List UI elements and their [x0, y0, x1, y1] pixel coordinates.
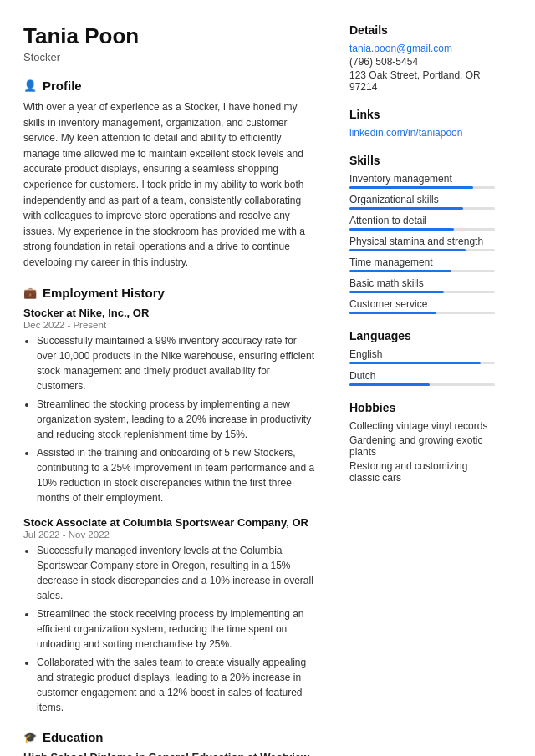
profile-icon: 👤: [23, 79, 37, 92]
job-date-0: Dec 2022 - Present: [23, 320, 316, 330]
skill-bar-fill-1: [349, 207, 463, 210]
job-bullets-1: Successfully managed inventory levels at…: [23, 543, 316, 715]
skills-list: Inventory management Organizational skil…: [349, 173, 495, 314]
job-title-0: Stocker at Nike, Inc., OR: [23, 307, 316, 319]
employment-section-title: 💼 Employment History: [23, 286, 316, 300]
job-bullet-0-0: Successfully maintained a 99% inventory …: [37, 333, 316, 393]
links-section-title: Links: [349, 108, 495, 121]
job-date-1: Jul 2022 - Nov 2022: [23, 530, 316, 540]
education-entry-0: High School Diploma in General Education…: [23, 751, 316, 756]
resume-header: Tania Poon Stocker: [23, 23, 316, 63]
lang-bar-bg-1: [349, 383, 495, 386]
linkedin-link[interactable]: linkedin.com/in/taniapoon: [349, 127, 495, 139]
skill-bar-bg-1: [349, 207, 495, 210]
hobbies-section: Hobbies Collecting vintage vinyl records…: [349, 401, 495, 484]
lang-item-1: Dutch: [349, 370, 495, 386]
skill-bar-bg-2: [349, 228, 495, 231]
skill-bar-bg-0: [349, 186, 495, 189]
skill-bar-fill-6: [349, 312, 436, 314]
skills-section: Skills Inventory management Organization…: [349, 154, 495, 314]
skill-name-2: Attention to detail: [349, 215, 495, 226]
skill-item-5: Basic math skills: [349, 277, 495, 293]
skill-bar-fill-0: [349, 186, 473, 189]
profile-section: 👤 Profile With over a year of experience…: [23, 79, 316, 271]
skills-section-title: Skills: [349, 154, 495, 167]
skill-item-1: Organizational skills: [349, 194, 495, 210]
skill-name-1: Organizational skills: [349, 194, 495, 205]
skill-bar-bg-6: [349, 312, 495, 314]
lang-bar-fill-0: [349, 362, 481, 364]
skill-item-2: Attention to detail: [349, 215, 495, 231]
details-section-title: Details: [349, 23, 495, 37]
skill-bar-bg-3: [349, 249, 495, 251]
job-bullet-1-1: Streamlined the stock receiving process …: [37, 606, 316, 652]
profile-section-title: 👤 Profile: [23, 79, 316, 93]
lang-name-1: Dutch: [349, 370, 495, 382]
hobby-item-0: Collecting vintage vinyl records: [349, 420, 495, 432]
candidate-title: Stocker: [23, 51, 316, 63]
details-section: Details tania.poon@gmail.com (796) 508-5…: [349, 23, 495, 93]
address-text: 123 Oak Street, Portland, OR 97214: [349, 69, 495, 93]
languages-section-title: Languages: [349, 329, 495, 342]
email-link[interactable]: tania.poon@gmail.com: [349, 43, 495, 54]
skill-item-6: Customer service: [349, 298, 495, 314]
education-section: 🎓 Education High School Diploma in Gener…: [23, 730, 316, 756]
job-bullet-0-1: Streamlined the stocking process by impl…: [37, 397, 316, 442]
employment-section: 💼 Employment History Stocker at Nike, In…: [23, 286, 316, 715]
skill-name-3: Physical stamina and strength: [349, 236, 495, 247]
skill-bar-bg-5: [349, 291, 495, 293]
job-bullets-0: Successfully maintained a 99% inventory …: [23, 333, 316, 505]
links-section: Links linkedin.com/in/taniapoon: [349, 108, 495, 139]
lang-bar-bg-0: [349, 362, 495, 364]
edu-title-0: High School Diploma in General Education…: [23, 751, 316, 756]
job-bullet-1-2: Collaborated with the sales team to crea…: [37, 655, 316, 715]
skill-bar-fill-2: [349, 228, 454, 231]
skill-bar-bg-4: [349, 270, 495, 272]
job-entry-1: Stock Associate at Columbia Sportswear C…: [23, 516, 316, 715]
hobby-item-1: Gardening and growing exotic plants: [349, 434, 495, 458]
skill-item-3: Physical stamina and strength: [349, 236, 495, 251]
hobby-item-2: Restoring and customizing classic cars: [349, 460, 495, 484]
skill-name-5: Basic math skills: [349, 277, 495, 289]
education-section-title: 🎓 Education: [23, 730, 316, 744]
skill-name-4: Time management: [349, 256, 495, 268]
skill-bar-fill-3: [349, 249, 466, 251]
skill-name-6: Customer service: [349, 298, 495, 310]
skill-item-4: Time management: [349, 256, 495, 272]
employment-icon: 💼: [23, 287, 37, 299]
profile-text: With over a year of experience as a Stoc…: [23, 99, 316, 271]
education-icon: 🎓: [23, 731, 37, 743]
skill-item-0: Inventory management: [349, 173, 495, 189]
languages-list: English Dutch: [349, 348, 495, 386]
phone-text: (796) 508-5454: [349, 56, 495, 68]
skill-name-0: Inventory management: [349, 173, 495, 185]
job-bullet-0-2: Assisted in the training and onboarding …: [37, 445, 316, 505]
skill-bar-fill-5: [349, 291, 444, 293]
lang-name-0: English: [349, 348, 495, 360]
languages-section: Languages English Dutch: [349, 329, 495, 386]
lang-item-0: English: [349, 348, 495, 364]
job-bullet-1-0: Successfully managed inventory levels at…: [37, 543, 316, 603]
candidate-name: Tania Poon: [23, 23, 316, 49]
hobbies-list: Collecting vintage vinyl recordsGardenin…: [349, 420, 495, 484]
job-entry-0: Stocker at Nike, Inc., OR Dec 2022 - Pre…: [23, 307, 316, 505]
lang-bar-fill-1: [349, 383, 430, 386]
job-title-1: Stock Associate at Columbia Sportswear C…: [23, 516, 316, 529]
skill-bar-fill-4: [349, 270, 451, 272]
hobbies-section-title: Hobbies: [349, 401, 495, 414]
